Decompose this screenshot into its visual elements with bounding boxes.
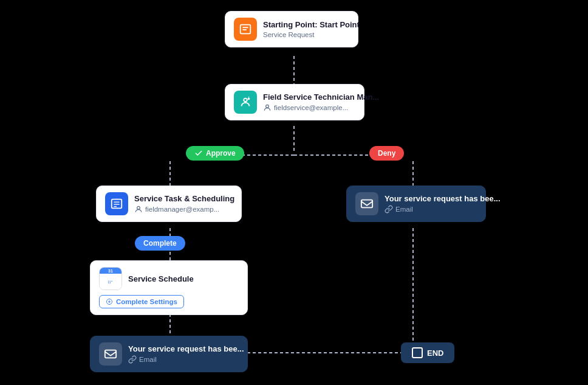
- complete-settings-button[interactable]: Complete Settings: [99, 295, 184, 308]
- start-sub: Service Request: [263, 31, 360, 38]
- end-icon: [412, 347, 423, 358]
- end-label: END: [427, 349, 443, 358]
- svg-rect-24: [361, 200, 372, 208]
- service-task-content: Service Task & Scheduling fieldmanager@e…: [134, 194, 234, 213]
- service-schedule-header: 31 Service Schedule: [99, 267, 194, 290]
- bottom-email-card: Your service request has bee... Email: [90, 336, 248, 372]
- bottom-email-sub: Email: [128, 355, 244, 364]
- start-point-card: Starting Point: Start Point Service Requ…: [225, 11, 358, 47]
- deny-email-sub: Email: [385, 205, 501, 213]
- start-content: Starting Point: Start Point Service Requ…: [263, 20, 360, 38]
- bottom-email-icon: [99, 342, 122, 366]
- bottom-email-title: Your service request has bee...: [128, 344, 244, 353]
- svg-point-16: [248, 98, 250, 100]
- approve-label: Approve: [206, 149, 236, 158]
- service-schedule-title: Service Schedule: [128, 274, 194, 283]
- service-task-title: Service Task & Scheduling: [134, 194, 234, 203]
- connector-lines: [0, 0, 588, 385]
- deny-label: Deny: [378, 149, 395, 158]
- workflow-canvas: Starting Point: Start Point Service Requ…: [0, 0, 588, 385]
- field-service-sub: fieldservice@example...: [263, 103, 379, 112]
- svg-point-18: [266, 105, 269, 108]
- approve-badge[interactable]: Approve: [186, 146, 244, 161]
- svg-rect-28: [105, 350, 116, 358]
- deny-email-card: Your service request has bee... Email: [346, 186, 486, 222]
- complete-settings-label: Complete Settings: [116, 298, 177, 305]
- service-task-card: Service Task & Scheduling fieldmanager@e…: [96, 186, 242, 222]
- field-service-card: Field Service Technician Man... fieldser…: [225, 84, 364, 120]
- deny-email-title: Your service request has bee...: [385, 194, 501, 203]
- svg-point-15: [244, 99, 247, 102]
- deny-email-icon: [355, 192, 378, 215]
- service-schedule-card: 31 Service Schedule Complete Settings: [90, 260, 248, 315]
- start-title: Starting Point: Start Point: [263, 20, 360, 29]
- svg-point-23: [137, 206, 140, 209]
- complete-label: Complete: [143, 239, 177, 248]
- service-task-icon: [105, 192, 128, 215]
- complete-badge[interactable]: Complete: [135, 236, 185, 251]
- bottom-email-content: Your service request has bee... Email: [128, 344, 244, 364]
- google-calendar-icon: 31: [99, 267, 122, 290]
- deny-badge[interactable]: Deny: [369, 146, 404, 161]
- field-service-title: Field Service Technician Man...: [263, 92, 379, 102]
- start-icon: [234, 18, 257, 41]
- service-task-sub: fieldmanager@examp...: [134, 205, 234, 213]
- deny-email-content: Your service request has bee... Email: [385, 194, 501, 213]
- field-service-content: Field Service Technician Man... fieldser…: [263, 92, 379, 112]
- field-service-icon: [234, 91, 257, 114]
- end-node: END: [401, 342, 454, 363]
